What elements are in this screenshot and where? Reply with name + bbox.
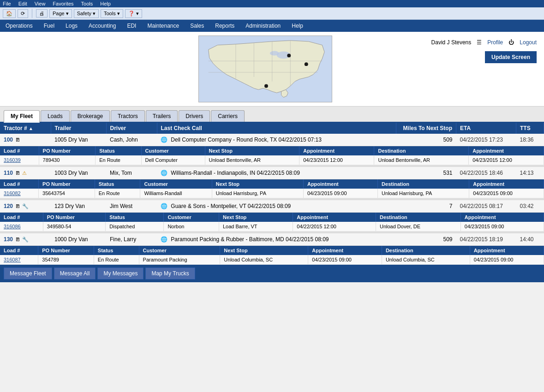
nav-menu: Operations Fuel Logs Accounting EDI Main… [0,20,544,32]
message-icon[interactable]: 🖹 [15,203,20,209]
nav-logs[interactable]: Logs [60,20,83,32]
sub-col-status[interactable]: Status [96,146,141,155]
load-link[interactable]: 316086 [4,224,21,229]
nav-administration[interactable]: Administration [240,20,286,32]
nav-reports[interactable]: Reports [209,20,240,32]
sub-col-customer[interactable]: Customer [141,146,205,155]
map-my-trucks-button[interactable]: Map My Trucks [145,267,195,279]
tab-trailers[interactable]: Trailers [146,110,178,122]
col-tractor-num[interactable]: Tractor # [0,123,51,134]
sub-col-po[interactable]: PO Number [39,146,96,155]
load-link[interactable]: 316082 [4,190,21,196]
tab-drivers[interactable]: Drivers [179,110,210,122]
nav-accounting[interactable]: Accounting [83,20,121,32]
tab-brokerage[interactable]: Brokerage [71,110,110,122]
message-all-button[interactable]: Message All [54,267,96,279]
print-button[interactable]: 🖨 [36,9,48,18]
tractor-num-link[interactable]: 130 [4,236,13,243]
tab-tractors[interactable]: Tractors [111,110,145,122]
safety-button[interactable]: Safety ▾ [74,9,99,18]
tractor-check-call: 🌐 Williams-Randall - Indianapolis, IN 04… [157,167,396,179]
nav-maintenance[interactable]: Maintenance [142,20,185,32]
sub-col-dest[interactable]: Destination [378,179,469,189]
tractor-num-link[interactable]: 120 [4,203,13,209]
sub-col-status[interactable]: Status [95,179,140,189]
my-messages-button[interactable]: My Messages [97,267,143,279]
sub-col-dest-appt[interactable]: Appointment [460,213,544,222]
menu-help[interactable]: Help [100,1,111,6]
tractor-tts: 14:13 [516,167,544,179]
col-last-check-call[interactable]: Last Check Call [157,123,396,134]
message-fleet-button[interactable]: Message Fleet [4,267,52,279]
sub-col-po[interactable]: PO Number [39,179,95,189]
sub-col-po[interactable]: PO Number [43,213,106,222]
sub-col-customer[interactable]: Customer [140,179,212,189]
menu-view[interactable]: View [35,1,46,6]
sub-col-dest[interactable]: Destination [374,146,469,155]
col-trailer[interactable]: Trailer [51,123,106,134]
tab-my-fleet[interactable]: My Fleet [4,110,40,123]
load-number: 316039 [0,155,39,165]
nav-sales[interactable]: Sales [185,20,209,32]
update-screen-button[interactable]: Update Screen [485,51,537,63]
menu-edit[interactable]: Edit [18,1,27,6]
nav-edi[interactable]: EDI [121,20,142,32]
sub-col-load[interactable]: Load # [0,179,39,189]
load-dest-appointment: 04/23/2015 12:00 [469,155,544,165]
sub-col-appt[interactable]: Appointment [299,146,374,155]
nav-fuel[interactable]: Fuel [38,20,60,32]
tractor-trailer: 123 Dry Van [51,200,106,213]
menu-file[interactable]: File [3,1,11,6]
load-row: 316039 789430 En Route Dell Computer Unl… [0,155,544,165]
tools-button[interactable]: Tools ▾ [101,9,123,18]
home-button[interactable]: 🏠 [3,9,16,18]
sub-col-next-stop[interactable]: Next Stop [212,179,303,189]
sub-col-customer[interactable]: Customer [164,213,219,222]
sub-col-appt[interactable]: Appointment [293,213,376,222]
col-miles[interactable]: Miles To Next Stop [396,123,456,134]
sub-col-dest[interactable]: Destination [376,213,460,222]
sub-col-status[interactable]: Status [106,213,164,222]
sub-col-po[interactable]: PO Number [38,246,94,255]
load-link[interactable]: 316087 [4,257,21,262]
profile-link[interactable]: Profile [487,39,503,46]
sub-col-load[interactable]: Load # [0,146,39,155]
sub-col-load[interactable]: Load # [0,213,43,222]
nav-operations[interactable]: Operations [0,20,38,32]
col-tts[interactable]: TTS [516,123,544,134]
col-eta[interactable]: ETA [456,123,516,134]
load-customer: Norbon [164,222,219,232]
nav-help[interactable]: Help [286,20,309,32]
sub-col-load[interactable]: Load # [0,246,38,255]
load-number: 316087 [0,255,38,265]
load-link[interactable]: 316039 [4,157,21,163]
sub-col-next-stop[interactable]: Next Stop [220,246,308,255]
message-icon[interactable]: 🖹 [15,137,20,143]
sub-col-status[interactable]: Status [94,246,139,255]
tractor-num-link[interactable]: 110 [4,170,13,176]
tab-loads[interactable]: Loads [41,110,70,122]
sub-col-appt[interactable]: Appointment [303,179,377,189]
sub-col-dest-appt[interactable]: Appointment [470,246,544,255]
sub-col-next-stop[interactable]: Next Stop [219,213,293,222]
refresh-button[interactable]: ⟳ [18,9,28,18]
menu-tools[interactable]: Tools [81,1,93,6]
tab-carriers[interactable]: Carriers [211,110,245,122]
sub-col-dest-appt[interactable]: Appointment [469,179,544,189]
toolbar: 🏠 ⟳ 🖨 Page ▾ Safety ▾ Tools ▾ ❓ ▾ [0,7,544,20]
help-button[interactable]: ❓ ▾ [125,9,142,18]
sub-col-next-stop[interactable]: Next Stop [205,146,299,155]
page-button[interactable]: Page ▾ [49,9,72,18]
menu-favorites[interactable]: Favorites [53,1,73,6]
sub-col-dest[interactable]: Destination [382,246,470,255]
load-customer: Paramount Packing [139,255,220,265]
sub-col-dest-appt[interactable]: Appointment [469,146,544,155]
loads-sub-table: Load # PO Number Status Customer Next St… [0,246,544,265]
sub-col-customer[interactable]: Customer [139,246,220,255]
message-icon[interactable]: 🖹 [15,170,20,176]
sub-col-appt[interactable]: Appointment [308,246,382,255]
tractor-num-link[interactable]: 100 [4,137,13,143]
message-icon[interactable]: 🖹 [15,237,20,242]
logout-link[interactable]: Logout [520,39,537,46]
col-driver[interactable]: Driver [106,123,157,134]
